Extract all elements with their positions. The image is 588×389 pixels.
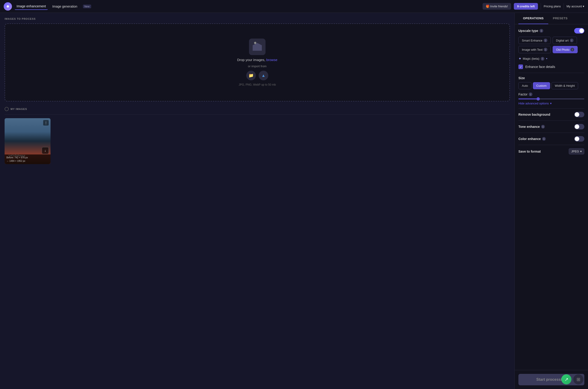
digital-art-info-icon[interactable]: ℹ xyxy=(570,38,574,42)
left-panel: IMAGES TO PROCESS Drop your images, brow… xyxy=(0,13,514,389)
my-account-button[interactable]: My account ▾ xyxy=(567,5,584,8)
panel-tabs: OPERATIONS PRESETS xyxy=(515,13,588,24)
color-enhance-info-icon[interactable]: ℹ xyxy=(542,137,546,141)
import-folder-button[interactable]: 📁 xyxy=(246,71,256,80)
image-menu-button[interactable]: ⋮ xyxy=(43,120,49,126)
size-custom-button[interactable]: Custom xyxy=(533,82,550,89)
upscale-type-row: Upscale type ℹ xyxy=(518,28,584,33)
remove-background-toggle[interactable] xyxy=(574,112,584,117)
old-photo-info-icon[interactable]: ℹ xyxy=(571,48,574,51)
factor-label: Factor ℹ xyxy=(518,93,532,96)
magic-beta-label[interactable]: Magic (beta) xyxy=(523,57,539,60)
fab-buttons: ↗ ⊞ xyxy=(561,374,584,384)
toggle-knob xyxy=(575,112,579,117)
mode-buttons: Smart Enhance ℹ Digital art ℹ Image with… xyxy=(518,37,584,53)
remove-background-row: Remove background xyxy=(518,108,584,121)
tone-enhance-info-icon[interactable]: ℹ xyxy=(541,125,545,129)
size-auto-button[interactable]: Auto xyxy=(518,82,531,89)
tone-enhance-row: Tone enhance ℹ xyxy=(518,121,584,133)
pricing-plans-button[interactable]: Pricing plans xyxy=(544,5,561,8)
enhance-face-label: Enhance face details xyxy=(525,65,555,69)
chevron-down-icon: ▾ xyxy=(583,5,584,8)
image-download-button[interactable]: ↓ xyxy=(42,147,49,154)
folder-icon: 📁 xyxy=(249,73,254,78)
right-panel: OPERATIONS PRESETS Upscale type ℹ Smart … xyxy=(514,13,588,389)
sparkle-icon-right: ✦ xyxy=(546,57,548,60)
factor-row: Factor ℹ xyxy=(518,93,584,96)
mode-old-photo[interactable]: Old Photo ℹ xyxy=(553,46,578,53)
image-with-text-info-icon[interactable]: ℹ xyxy=(544,48,547,51)
app-logo[interactable] xyxy=(4,2,12,11)
size-buttons: Auto Custom Width & Height xyxy=(518,82,584,89)
invite-friends-button[interactable]: 🎁 Invite friends! xyxy=(482,3,511,10)
image-info: Before: 742 × 976 px → 1484 × 1952 px xyxy=(4,155,51,164)
import-drive-button[interactable]: ▲ xyxy=(259,71,268,80)
toggle-knob xyxy=(575,124,579,129)
nav-divider xyxy=(541,3,541,10)
import-icons-row: 📁 ▲ xyxy=(246,71,268,80)
panel-content: Upscale type ℹ Smart Enhance ℹ Digital a… xyxy=(515,24,588,370)
upscale-type-toggle[interactable] xyxy=(574,28,584,33)
upscale-type-label: Upscale type ℹ xyxy=(518,29,543,32)
smart-enhance-info-icon[interactable]: ℹ xyxy=(544,38,547,42)
chat-icon: ↗ xyxy=(565,377,568,382)
section-divider-1 xyxy=(518,73,584,73)
color-enhance-toggle[interactable] xyxy=(574,136,584,142)
credits-button[interactable]: 9 credits left xyxy=(514,3,538,10)
slider-thumb[interactable] xyxy=(537,97,540,100)
factor-info-icon[interactable]: ℹ xyxy=(529,93,532,96)
nav-image-enhancement[interactable]: Image enhancement xyxy=(15,3,48,10)
image-card[interactable]: ⋮ ↓ Before: 742 × 976 px → 1484 × 1952 p… xyxy=(4,118,51,164)
remove-background-label: Remove background xyxy=(518,113,550,116)
nav-image-generation[interactable]: Image generation xyxy=(51,3,79,10)
magic-beta-row: ✦ Magic (beta) ℹ ✦ xyxy=(518,57,584,61)
mode-image-with-text[interactable]: Image with Text ℹ xyxy=(518,46,551,53)
my-images-section: MY IMAGES ⋮ ↓ Before: 742 × 976 px → 148… xyxy=(4,107,510,164)
main-layout: IMAGES TO PROCESS Drop your images, brow… xyxy=(0,13,588,389)
chevron-down-icon: ▾ xyxy=(550,102,552,105)
chat-fab-button[interactable]: ↗ xyxy=(561,374,571,384)
image-before-size: Before: 742 × 976 px xyxy=(6,156,49,159)
new-badge: New xyxy=(83,5,91,8)
tab-operations[interactable]: OPERATIONS xyxy=(518,13,548,24)
color-enhance-row: Color enhance ℹ xyxy=(518,133,584,145)
enhance-face-row: Enhance face details xyxy=(518,65,584,69)
slider-fill xyxy=(518,98,538,99)
size-width-height-button[interactable]: Width & Height xyxy=(551,82,578,89)
tone-enhance-label: Tone enhance ℹ xyxy=(518,125,545,129)
save-format-row: Save to format JPEG ▾ xyxy=(518,145,584,158)
advanced-options-toggle[interactable]: Hide advanced options ▾ xyxy=(518,102,584,105)
dropzone[interactable]: Drop your images, browse or import from … xyxy=(4,23,510,101)
grid-icon: ⊞ xyxy=(577,377,580,382)
image-after-size: → 1484 × 1952 px xyxy=(6,159,49,163)
divider xyxy=(4,114,510,115)
format-hint: JPG, PNG, WebP up to 50 mb xyxy=(239,83,276,86)
upscale-type-info-icon[interactable]: ℹ xyxy=(540,29,543,32)
mode-digital-art[interactable]: Digital art ℹ xyxy=(553,37,577,44)
advanced-options-label: Hide advanced options xyxy=(518,102,549,105)
color-enhance-label: Color enhance ℹ xyxy=(518,137,546,141)
toggle-knob xyxy=(579,29,584,33)
my-images-title: MY IMAGES xyxy=(4,107,510,111)
sparkle-icon-left: ✦ xyxy=(518,57,521,61)
chevron-down-icon: ▾ xyxy=(580,150,582,153)
magic-beta-info-icon[interactable]: ℹ xyxy=(541,57,544,61)
images-to-process-title: IMAGES TO PROCESS xyxy=(4,17,510,20)
save-format-select[interactable]: JPEG ▾ xyxy=(569,148,584,155)
browse-link[interactable]: browse xyxy=(266,58,277,62)
drive-icon: ▲ xyxy=(261,73,265,78)
tone-enhance-toggle[interactable] xyxy=(574,124,584,130)
slider-track xyxy=(518,98,584,99)
tab-presets[interactable]: PRESETS xyxy=(548,13,572,24)
grid-fab-button[interactable]: ⊞ xyxy=(573,374,584,384)
images-grid: ⋮ ↓ Before: 742 × 976 px → 1484 × 1952 p… xyxy=(4,118,510,164)
save-format-label: Save to format xyxy=(518,150,541,153)
mode-smart-enhance[interactable]: Smart Enhance ℹ xyxy=(518,37,551,44)
enhance-face-checkbox[interactable] xyxy=(518,65,523,69)
nav-divider-2 xyxy=(564,3,564,10)
drop-text: Drop your images, browse xyxy=(237,58,277,62)
circle-icon xyxy=(4,107,9,111)
drop-subtext-or: or import from xyxy=(248,65,267,68)
format-value: JPEG xyxy=(571,150,579,153)
factor-slider[interactable] xyxy=(518,98,584,99)
